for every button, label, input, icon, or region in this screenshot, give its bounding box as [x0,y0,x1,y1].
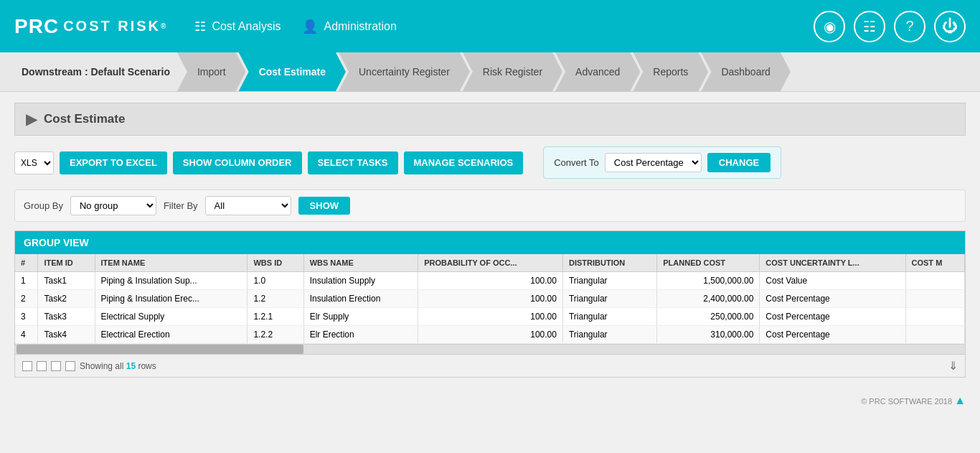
nav-administration[interactable]: 👤 Administration [302,19,396,34]
cell-item-id: Task4 [38,326,95,344]
cell-distribution: Triangular [562,326,656,344]
checkbox-2[interactable] [37,361,47,371]
cell-wbs-name: Elr Erection [303,326,418,344]
cell-planned-cost: 1,500,000.00 [657,272,760,290]
tab-risk-register-label: Risk Register [483,66,542,78]
cell-cost-m [905,290,964,308]
showing-text: Showing all 15 rows [80,361,156,371]
group-by-select[interactable]: No group WBS Distribution [70,196,156,215]
tab-cost-estimate[interactable]: Cost Estimate [239,52,346,91]
change-button[interactable]: CHANGE [707,153,771,172]
tab-dashboard[interactable]: Dashboard [701,52,791,91]
cell-wbs-name: Elr Supply [303,308,418,326]
checkbox-4[interactable] [65,361,75,371]
tab-cost-estimate-label: Cost Estimate [259,66,326,78]
cell-num: 3 [15,308,38,326]
tab-import[interactable]: Import [177,52,246,91]
manage-scenarios-button[interactable]: MANAGE SCENARIOS [404,151,524,174]
cell-item-id: Task3 [38,308,95,326]
col-item-id: ITEM ID [38,254,95,272]
breadcrumb: Downstream : Default Scenario [7,52,184,91]
header-nav: ☷ Cost Analysis 👤 Administration [194,19,814,34]
filter-by-select[interactable]: All Active Inactive [205,196,291,215]
cell-num: 1 [15,272,38,290]
tab-reports[interactable]: Reports [633,52,708,91]
power-icon: ⏻ [942,17,958,36]
cell-cost-m [905,326,964,344]
tab-dashboard-label: Dashboard [721,66,771,78]
cell-distribution: Triangular [562,308,656,326]
nav-cost-analysis[interactable]: ☷ Cost Analysis [194,19,281,34]
filter-by-label: Filter By [164,200,198,211]
cell-wbs-name: Insulation Supply [303,272,418,290]
cell-cost-uncertainty: Cost Value [760,272,905,290]
toggle-button[interactable]: ◉ [814,11,845,42]
col-num: # [15,254,38,272]
tab-uncertainty-register[interactable]: Uncertainty Register [339,52,470,91]
scroll-to-top-icon[interactable]: ⇓ [948,359,958,373]
format-select[interactable]: XLS CSV PDF [14,151,54,174]
cell-num: 4 [15,326,38,344]
tab-advanced[interactable]: Advanced [555,52,640,91]
grid-button[interactable]: ☷ [854,11,885,42]
show-button[interactable]: SHOW [298,197,350,215]
table-row[interactable]: 3 Task3 Electrical Supply 1.2.1 Elr Supp… [15,308,965,326]
table-scroll[interactable]: # ITEM ID ITEM NAME WBS ID WBS NAME PROB… [15,254,965,344]
convert-to-label: Convert To [554,157,599,168]
filter-row: Group By No group WBS Distribution Filte… [14,190,966,222]
help-button[interactable]: ? [894,11,925,42]
logo-reg: ® [161,22,166,30]
table-row[interactable]: 2 Task2 Piping & Insulation Erec... 1.2 … [15,290,965,308]
col-wbs-name: WBS NAME [303,254,418,272]
cell-cost-uncertainty: Cost Percentage [760,308,905,326]
cell-item-id: Task1 [38,272,95,290]
toggle-icon: ◉ [824,18,836,35]
cell-item-name: Piping & Insulation Erec... [95,290,248,308]
cell-cost-m [905,272,964,290]
cell-probability: 100.00 [418,272,563,290]
convert-select[interactable]: Cost Percentage Cost Value Fixed [605,153,702,172]
export-to-excel-button[interactable]: EXPORT TO EXCEL [60,151,167,174]
tab-import-label: Import [197,66,226,78]
cell-cost-m [905,308,964,326]
col-planned-cost: PLANNED COST [657,254,760,272]
show-column-order-button[interactable]: SHOW COLUMN ORDER [173,151,302,174]
cell-wbs-id: 1.0 [248,272,303,290]
select-tasks-button[interactable]: SELECT TASKS [308,151,398,174]
scrollbar-thumb [17,345,303,354]
logo-prc: PRC [14,15,59,38]
cell-distribution: Triangular [562,290,656,308]
checkbox-3[interactable] [51,361,61,371]
cell-num: 2 [15,290,38,308]
page-footer: © PRC SOFTWARE 2018 ▲ [0,388,980,413]
toolbar: XLS CSV PDF EXPORT TO EXCEL SHOW COLUMN … [14,146,966,179]
horizontal-scrollbar[interactable] [15,344,965,354]
cell-wbs-name: Insulation Erection [303,290,418,308]
cell-wbs-id: 1.2.2 [248,326,303,344]
scroll-up-icon[interactable]: ▲ [954,394,966,406]
checkbox-1[interactable] [22,361,32,371]
app-logo: PRC COST RISK ® [14,15,166,38]
cell-wbs-id: 1.2 [248,290,303,308]
cell-item-id: Task2 [38,290,95,308]
cell-item-name: Electrical Erection [95,326,248,344]
group-by-label: Group By [24,200,63,211]
power-button[interactable]: ⏻ [934,11,966,42]
cell-item-name: Electrical Supply [95,308,248,326]
grid-icon: ☷ [863,18,876,35]
tab-risk-register[interactable]: Risk Register [463,52,562,91]
table-row[interactable]: 4 Task4 Electrical Erection 1.2.2 Elr Er… [15,326,965,344]
section-icon: ▶ [26,111,37,128]
logo-name: COST RISK [63,18,161,34]
nav-cost-analysis-label: Cost Analysis [212,20,281,33]
tab-uncertainty-register-label: Uncertainty Register [359,66,450,78]
col-cost-uncertainty: COST UNCERTAINTY L... [760,254,905,272]
cell-item-name: Piping & Insulation Sup... [95,272,248,290]
col-cost-m: COST M [905,254,964,272]
cell-planned-cost: 310,000.00 [657,326,760,344]
table-row[interactable]: 1 Task1 Piping & Insulation Sup... 1.0 I… [15,272,965,290]
col-distribution: DISTRIBUTION [562,254,656,272]
cell-planned-cost: 250,000.00 [657,308,760,326]
col-probability: PROBABILITY OF OCC... [418,254,563,272]
cell-cost-uncertainty: Cost Percentage [760,290,905,308]
